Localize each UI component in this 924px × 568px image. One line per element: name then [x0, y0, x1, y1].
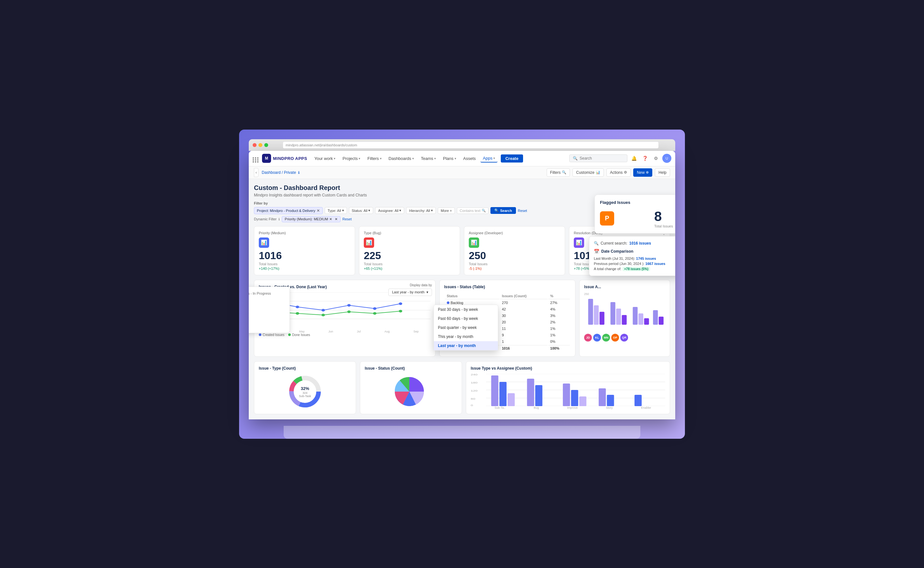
flagged-issues-panel: Flagged Issues P 8 Total Issues — [595, 195, 675, 234]
user-stories-label: Total Issues — [249, 320, 285, 324]
help-icon[interactable]: ❓ — [640, 154, 649, 163]
tooltip-section-title: 📅 Date Comparison — [594, 249, 675, 254]
actions-button[interactable]: Actions ⚙ — [606, 168, 631, 177]
card-number: 250 — [469, 251, 560, 261]
type-chart-title: Issue - Type (Count) — [259, 366, 351, 370]
top-nav: M MINDPRO APPS Your work ▾ Projects ▾ Fi… — [249, 151, 675, 166]
chevron-down-icon: ▾ — [342, 208, 344, 213]
card-icon: 📊 — [364, 237, 374, 248]
svg-rect-57 — [634, 395, 642, 406]
svg-text:0: 0 — [471, 403, 473, 406]
grouped-bar-svg: 240 180 120 60 0 — [471, 374, 665, 406]
card-change: -5 (-1%) — [469, 267, 560, 270]
status-chart-title: Issue - Status (Count) — [365, 366, 457, 370]
status-table-title: Issues - Status (Table) — [444, 285, 571, 289]
help-button[interactable]: Help — [655, 168, 670, 177]
dropdown-item-past60[interactable]: Past 60 days - by week — [434, 314, 498, 323]
global-search-box[interactable]: 🔍 — [569, 154, 627, 162]
remove-priority-filter[interactable]: ✕ — [335, 217, 338, 221]
dropdown-trigger[interactable]: Last year - by month ▾ Past 30 days - by… — [388, 289, 432, 296]
svg-rect-54 — [579, 396, 586, 406]
dropdown-item-past-quarter[interactable]: Past quarter - by week — [434, 323, 498, 332]
nav-your-work[interactable]: Your work ▾ — [312, 155, 338, 162]
type-assignee-card: Issue Type vs Assignee (Custom) 240 180 — [466, 361, 670, 414]
svg-rect-51 — [535, 385, 542, 406]
nav-apps[interactable]: Apps ▾ — [480, 154, 498, 163]
search-input[interactable] — [580, 156, 622, 160]
card-icon: 📊 — [259, 237, 269, 248]
svg-rect-17 — [594, 305, 599, 325]
create-button[interactable]: Create — [501, 154, 523, 163]
chevron-down-icon: ▾ — [454, 157, 456, 160]
info-icon: ℹ — [278, 218, 280, 221]
status-filter[interactable]: Status: All ▾ — [349, 207, 373, 214]
svg-rect-20 — [616, 308, 621, 325]
contains-text-filter[interactable]: Contains text 🔍 — [457, 207, 489, 214]
nav-dashboards[interactable]: Dashboards ▾ — [386, 155, 417, 162]
chevron-down-icon: ▾ — [334, 157, 335, 160]
priority-filter-chip[interactable]: Priority (Medium): MEDIUM ✕ ✕ — [282, 216, 341, 222]
nav-assets[interactable]: Assets — [461, 155, 479, 162]
svg-rect-19 — [611, 302, 616, 325]
main-content: Flagged Issues P 8 Total Issues Custom -… — [249, 179, 675, 419]
user-avatar[interactable]: U — [662, 154, 671, 163]
svg-rect-47 — [491, 375, 498, 406]
hierarchy-filter[interactable]: Hierarchy: All ▾ — [406, 207, 436, 214]
dropdown-item-last-year[interactable]: Last year - by month — [434, 341, 498, 350]
more-filter[interactable]: More + — [438, 207, 455, 214]
type-count-card: Issue - Type (Count) 32% 324 — [254, 361, 356, 414]
tooltip-search-value: 1016 issues — [630, 241, 651, 246]
page-title: Custom - Dashboard Report — [254, 184, 670, 192]
grid-menu-icon[interactable] — [253, 154, 259, 163]
assignee-filter[interactable]: Assignee: All ▾ — [375, 207, 404, 214]
app-logo[interactable]: M MINDPRO APPS — [262, 154, 307, 163]
card-title: Priority (Medium) — [259, 231, 350, 235]
breadcrumb-link[interactable]: Dashboard / Private — [262, 170, 296, 175]
info-icon[interactable]: ℹ — [298, 171, 299, 174]
filters-button[interactable]: Filters 🔍 — [547, 168, 570, 177]
svg-text:324: 324 — [302, 391, 307, 394]
svg-text:180: 180 — [471, 381, 477, 384]
issue-assignment-card: Issue A... 250 — [579, 280, 670, 357]
dynamic-filter-label: Dynamic Filter — [254, 217, 276, 221]
project-filter-chip[interactable]: Project: Mindpro - Product & Delivery ✕ — [254, 207, 323, 214]
svg-rect-18 — [599, 312, 604, 325]
chevron-down-icon: ▾ — [431, 208, 433, 213]
chart-icon: 📊 — [596, 170, 600, 174]
nav-plans[interactable]: Plans ▾ — [440, 155, 459, 162]
remove-project-filter[interactable]: ✕ — [317, 208, 320, 213]
type-filter[interactable]: Type: All ▾ — [325, 207, 347, 214]
chevron-down-icon: ▾ — [399, 208, 401, 213]
svg-point-13 — [347, 311, 351, 313]
sliders-icon: ⚙ — [624, 170, 627, 174]
svg-point-7 — [347, 304, 351, 307]
search-filter-button[interactable]: 🔍 Search — [491, 207, 516, 214]
dropdown-item-this-year[interactable]: This year - by month — [434, 332, 498, 341]
svg-point-9 — [399, 302, 402, 305]
time-range-dropdown: Past 30 days - by week Past 60 days - by… — [433, 305, 498, 350]
tooltip-change: A total change of: +78 issues (5%) — [594, 267, 675, 271]
reset-filter-button[interactable]: Reset — [518, 209, 527, 213]
done-issues-legend: Done Issues — [288, 333, 310, 337]
customize-button[interactable]: Customize 📊 — [572, 168, 604, 177]
user-stories-title: User Stories - In Progress — [249, 292, 285, 295]
developer-card: Assignee (Developer) 📊 250 Total Issues … — [464, 226, 565, 275]
svg-point-6 — [322, 309, 325, 311]
charts-row: Issues - Created vs. Done (Last Year) Us… — [254, 280, 670, 357]
search-icon: 🔍 — [562, 170, 566, 174]
new-button[interactable]: New ⊕ — [633, 168, 652, 177]
sidebar-toggle[interactable]: ‹ — [254, 168, 258, 177]
nav-projects[interactable]: Projects ▾ — [340, 155, 363, 162]
grouped-bar-chart: 240 180 120 60 0 — [471, 374, 665, 409]
card-icon: 📊 — [469, 237, 479, 248]
calendar-icon: 📅 — [594, 249, 599, 254]
dropdown-item-past30[interactable]: Past 30 days - by week — [434, 305, 498, 314]
svg-text:120: 120 — [471, 389, 477, 392]
bug-card: Type (Bug) 📊 225 Total Issues +65 (+11%) — [359, 226, 460, 275]
nav-teams[interactable]: Teams ▾ — [418, 155, 438, 162]
nav-filters[interactable]: Filters ▾ — [365, 155, 384, 162]
reset2-button[interactable]: Reset — [343, 217, 352, 221]
svg-text:60: 60 — [471, 397, 475, 400]
notifications-icon[interactable]: 🔔 — [630, 154, 639, 163]
settings-icon[interactable]: ⚙ — [651, 154, 660, 163]
